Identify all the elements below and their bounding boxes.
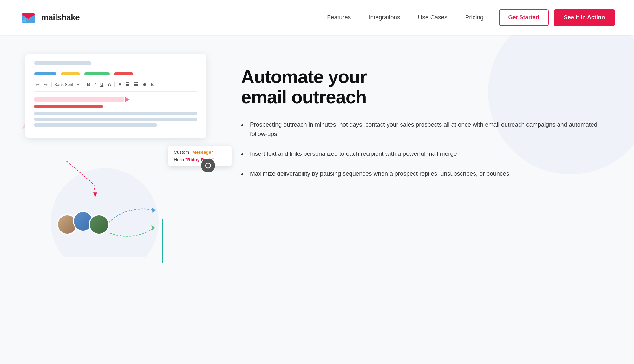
redo-icon[interactable]: ↪ xyxy=(43,81,49,88)
illustration-panel: ↩ ↪ Sans Serif ▾ B I U A ≡ ☰ ☱ ⊞ ⊡ xyxy=(25,54,222,244)
bold-icon[interactable]: B xyxy=(86,81,91,88)
nav-use-cases[interactable]: Use Cases xyxy=(418,14,448,21)
main-content: ↩ ↪ Sans Serif ▾ B I U A ≡ ☰ ☱ ⊞ ⊡ xyxy=(0,35,634,257)
table-icon[interactable]: ⊡ xyxy=(150,81,155,88)
tab-blue xyxy=(34,72,56,75)
font-selector[interactable]: Sans Serif xyxy=(54,82,73,87)
feature-bullets: Prospecting outreach in minutes, not day… xyxy=(241,120,609,179)
bullet-2: Insert text and links personalized to ea… xyxy=(241,149,609,159)
tooltip-custom-prefix: Custom xyxy=(174,150,190,155)
tooltip-hello-prefix: Hello xyxy=(174,157,185,162)
undo-icon[interactable]: ↩ xyxy=(34,81,40,88)
svg-marker-4 xyxy=(151,225,155,231)
nav-links: Features Integrations Use Cases Pricing xyxy=(327,14,483,21)
nav-pricing[interactable]: Pricing xyxy=(465,14,484,21)
mailshake-logo-icon xyxy=(19,8,37,27)
logo-text: mailshake xyxy=(41,13,80,23)
nav-integrations[interactable]: Integrations xyxy=(369,14,400,21)
toolbar-divider-3 xyxy=(114,82,115,87)
toolbar-divider-2 xyxy=(83,82,83,87)
connector-icon xyxy=(201,159,215,172)
avatar-3 xyxy=(89,214,109,235)
editor-toolbar: ↩ ↪ Sans Serif ▾ B I U A ≡ ☰ ☱ ⊞ ⊡ xyxy=(34,81,197,92)
underline-icon[interactable]: U xyxy=(99,81,104,88)
card-top-bar xyxy=(34,61,91,65)
card-tabs xyxy=(34,72,197,75)
content-line-2 xyxy=(34,118,197,121)
highlight-line xyxy=(34,97,124,102)
toolbar-divider-1 xyxy=(51,82,52,87)
headline-line-1: Automate your xyxy=(241,66,367,87)
hero-text: Automate your email outreach Prospecting… xyxy=(241,54,609,189)
headline-line-2: email outreach xyxy=(241,87,366,107)
font-size-icon[interactable]: ▾ xyxy=(76,81,81,88)
see-it-in-action-button[interactable]: See It In Action xyxy=(554,9,615,26)
editor-content-area xyxy=(34,97,197,127)
tab-red xyxy=(114,72,133,75)
tooltip-row-1: Custom "Message" xyxy=(174,150,226,155)
italic-icon[interactable]: I xyxy=(94,81,97,88)
content-lines xyxy=(34,112,197,127)
svg-marker-2 xyxy=(93,192,97,197)
vertical-line xyxy=(162,219,163,263)
bullet-3: Maximize deliverability by pausing seque… xyxy=(241,169,609,179)
svg-marker-3 xyxy=(152,207,156,213)
red-line xyxy=(34,105,103,108)
sync-icon xyxy=(204,161,212,170)
bullet-1: Prospecting outreach in minutes, not day… xyxy=(241,120,609,139)
font-color-icon[interactable]: A xyxy=(107,81,112,88)
hero-headline: Automate your email outreach xyxy=(241,67,609,107)
tab-yellow xyxy=(61,72,80,75)
indent-icon[interactable]: ⊞ xyxy=(141,81,147,88)
merge-tooltip-card: Custom "Message" Hello "Ridoy Rock" xyxy=(168,146,232,166)
email-editor-card: ↩ ↪ Sans Serif ▾ B I U A ≡ ☰ ☱ ⊞ ⊡ xyxy=(25,54,206,138)
tab-green xyxy=(84,72,110,75)
list-unordered-icon[interactable]: ☱ xyxy=(133,81,139,88)
content-line-1 xyxy=(34,112,197,115)
list-ordered-icon[interactable]: ☰ xyxy=(124,81,130,88)
navbar: mailshake Features Integrations Use Case… xyxy=(0,0,634,35)
get-started-button[interactable]: Get Started xyxy=(499,9,549,26)
content-line-3 xyxy=(34,123,157,127)
avatars-row xyxy=(57,214,105,235)
tooltip-row-2: Hello "Ridoy Rock" xyxy=(174,157,226,162)
logo-link[interactable]: mailshake xyxy=(19,8,80,27)
align-icon[interactable]: ≡ xyxy=(117,81,122,88)
tooltip-message-value: "Message" xyxy=(190,150,213,155)
nav-features[interactable]: Features xyxy=(327,14,351,21)
